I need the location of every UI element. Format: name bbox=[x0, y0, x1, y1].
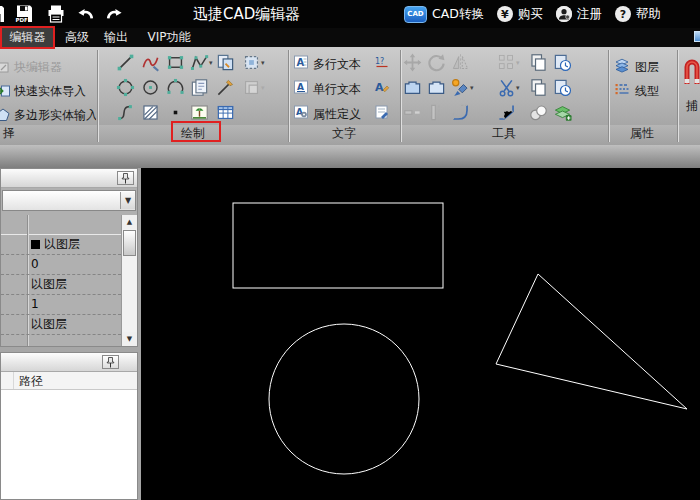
svg-text:A: A bbox=[297, 82, 304, 92]
snap-label[interactable]: 捕 bbox=[686, 98, 698, 115]
polyline-button[interactable] bbox=[190, 53, 209, 72]
property-row[interactable]: 以图层 bbox=[1, 275, 121, 295]
cad-converter-badge-icon[interactable]: CAD bbox=[404, 6, 427, 23]
ribbon: 块编辑器 快速实体导入 多边形实体输入 A 多行文本 A 单行文本 A 属性定义… bbox=[0, 47, 700, 145]
object-select-combobox[interactable] bbox=[2, 190, 136, 211]
scrollbar-thumb[interactable] bbox=[123, 230, 136, 256]
spline-button[interactable] bbox=[116, 103, 135, 122]
ribbon-item-quick-import[interactable]: 快速实体导入 bbox=[0, 81, 96, 101]
stext-label[interactable]: 单行文本 bbox=[313, 81, 361, 98]
measure-b-button bbox=[427, 103, 446, 122]
window-title: 迅捷CAD编辑器 bbox=[193, 5, 300, 24]
titlebar-actions: CAD CAD转换 ¥ 购买 注册 ? 帮助 bbox=[404, 0, 661, 28]
snap-magnet-icon[interactable] bbox=[683, 56, 700, 86]
image-button[interactable] bbox=[190, 103, 209, 122]
line-button[interactable] bbox=[116, 53, 135, 72]
pin-icon[interactable] bbox=[117, 171, 134, 185]
properties-scrollbar[interactable]: ▲ ▼ bbox=[121, 215, 137, 346]
boundary-dropdown-icon[interactable]: ▾ bbox=[261, 59, 265, 67]
cad-rect-entity[interactable] bbox=[233, 203, 443, 288]
linetype-icon[interactable] bbox=[614, 81, 630, 97]
text-number-icon[interactable]: 1? bbox=[374, 54, 390, 70]
layers-label[interactable]: 图层 bbox=[635, 59, 659, 76]
path-column-header[interactable]: 路径 bbox=[1, 372, 137, 390]
menu-item-advanced[interactable]: 高级 bbox=[60, 28, 94, 47]
linetype-label[interactable]: 线型 bbox=[635, 83, 659, 100]
menu-item-editor[interactable]: 编辑器 bbox=[0, 28, 55, 47]
menu-item-output[interactable]: 输出 bbox=[98, 28, 134, 47]
combobox-arrow-icon[interactable]: ▼ bbox=[120, 192, 135, 209]
construction-line-button[interactable] bbox=[216, 78, 235, 97]
layer-add-button[interactable] bbox=[553, 103, 572, 122]
path-panel-titlebar[interactable] bbox=[1, 353, 137, 372]
property-row[interactable]: 以图层 bbox=[1, 235, 121, 255]
freehand-button[interactable] bbox=[141, 53, 160, 72]
property-row[interactable]: 1 bbox=[1, 295, 121, 315]
mtext-icon[interactable]: A bbox=[293, 54, 309, 70]
cad-polygon-entity[interactable] bbox=[496, 274, 687, 409]
table-button[interactable] bbox=[216, 103, 235, 122]
circle-nodes-button[interactable] bbox=[116, 78, 135, 97]
property-row[interactable]: 以图层 bbox=[1, 315, 121, 335]
boundary-button[interactable] bbox=[242, 53, 261, 72]
path-list-body[interactable] bbox=[1, 391, 137, 499]
scroll-up-icon[interactable]: ▲ bbox=[122, 215, 137, 229]
cad-circle-entity[interactable] bbox=[269, 324, 419, 474]
match-brush-dropdown-icon[interactable]: ▾ bbox=[470, 84, 474, 92]
ribbon-item-polygon-input[interactable]: 多边形实体输入 bbox=[0, 105, 96, 125]
copy-button[interactable] bbox=[529, 53, 548, 72]
redo-icon[interactable] bbox=[104, 6, 124, 22]
property-row[interactable]: 0 bbox=[1, 255, 121, 275]
text-edit-icon[interactable] bbox=[374, 104, 390, 120]
mini-window-icon[interactable] bbox=[694, 31, 700, 42]
stext-icon[interactable]: A bbox=[293, 79, 309, 95]
text-style-icon[interactable]: A bbox=[374, 79, 390, 95]
paste-clock-button[interactable] bbox=[553, 78, 572, 97]
buy-button[interactable]: 购买 bbox=[518, 6, 543, 23]
scroll-down-icon[interactable]: ▼ bbox=[122, 332, 137, 346]
array-button bbox=[497, 53, 516, 72]
copy-button[interactable] bbox=[529, 78, 548, 97]
block-b-button[interactable] bbox=[427, 78, 446, 97]
group-button[interactable] bbox=[529, 103, 548, 122]
circle-button[interactable] bbox=[141, 78, 160, 97]
paste-clock-button[interactable] bbox=[553, 53, 572, 72]
rectangle-button[interactable] bbox=[166, 53, 185, 72]
help-icon[interactable]: ? bbox=[615, 6, 631, 22]
save-icon[interactable] bbox=[0, 4, 6, 24]
ribbon-separator bbox=[608, 50, 610, 142]
hatch-button[interactable] bbox=[141, 103, 160, 122]
drawing-canvas[interactable] bbox=[141, 168, 700, 500]
trim-button[interactable] bbox=[497, 78, 516, 97]
properties-table-header bbox=[1, 215, 121, 235]
cad-convert-button[interactable]: CAD转换 bbox=[432, 6, 484, 23]
help-button[interactable]: 帮助 bbox=[636, 6, 661, 23]
layers-icon[interactable] bbox=[614, 57, 630, 73]
save-pdf-icon[interactable]: PDF bbox=[14, 4, 34, 24]
fillet-button[interactable] bbox=[451, 103, 470, 122]
attribute-define-label[interactable]: 属性定义 bbox=[313, 106, 361, 123]
point-button[interactable] bbox=[166, 103, 185, 122]
arc-button[interactable] bbox=[166, 78, 185, 97]
block-a-button[interactable] bbox=[403, 78, 422, 97]
trim-dropdown-icon[interactable]: ▾ bbox=[516, 84, 520, 92]
yen-icon[interactable]: ¥ bbox=[497, 6, 513, 22]
menu-item-vip[interactable]: VIP功能 bbox=[140, 28, 198, 47]
undo-icon[interactable] bbox=[76, 6, 96, 22]
pin-icon[interactable] bbox=[102, 355, 119, 369]
insert-block-button[interactable] bbox=[216, 53, 235, 72]
chamfer-button[interactable] bbox=[497, 103, 516, 122]
print-icon[interactable] bbox=[46, 4, 66, 24]
match-brush-button[interactable] bbox=[451, 78, 470, 97]
polyline-dropdown-icon[interactable]: ▾ bbox=[209, 59, 213, 67]
user-icon[interactable] bbox=[556, 6, 572, 22]
mirror-button bbox=[451, 53, 470, 72]
properties-panel-titlebar[interactable] bbox=[1, 169, 137, 188]
attribute-define-icon[interactable]: A bbox=[293, 104, 309, 120]
property-value: 以图层 bbox=[44, 237, 80, 251]
block-editor-icon bbox=[0, 59, 11, 75]
mtext-label[interactable]: 多行文本 bbox=[313, 56, 361, 73]
polygon-input-label: 多边形实体输入 bbox=[14, 107, 96, 124]
block-ref-button[interactable] bbox=[190, 78, 209, 97]
register-button[interactable]: 注册 bbox=[577, 6, 602, 23]
